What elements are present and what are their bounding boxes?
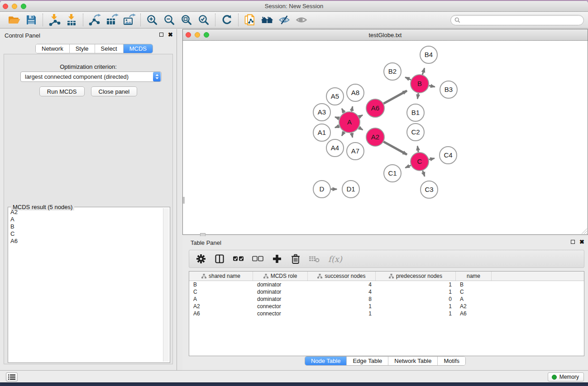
table-row[interactable]: Adominator80A	[189, 295, 584, 303]
canvas-scrollbar-thumb[interactable]	[183, 197, 185, 204]
edge-A6-B[interactable]	[383, 91, 407, 103]
search-box[interactable]	[450, 15, 584, 25]
node-C4[interactable]: C4	[440, 147, 457, 164]
column-header-MCDS-role[interactable]: MCDS role	[253, 272, 308, 281]
run-mcds-button[interactable]: Run MCDS	[39, 86, 85, 96]
node-C1[interactable]: C1	[384, 165, 401, 182]
export-network-icon[interactable]	[86, 13, 103, 27]
edge-C-C2[interactable]	[417, 146, 418, 152]
edge-A-A5[interactable]	[342, 109, 344, 113]
edge-B-B2[interactable]	[405, 77, 411, 80]
network-graph[interactable]: AA1A2A3A4A5A6A7A8BB1B2B3B4CC1C2C3C4DD1	[183, 41, 588, 234]
refresh-layout-icon[interactable]	[218, 13, 235, 27]
node-D1[interactable]: D1	[342, 181, 359, 198]
mcds-result-item[interactable]: C	[10, 230, 163, 238]
zoom-out-icon[interactable]	[161, 13, 178, 27]
tab-select[interactable]: Select	[95, 44, 124, 53]
table-row[interactable]: Cdominator41C	[189, 288, 584, 295]
column-header-predecessor-nodes[interactable]: predecessor nodes	[376, 272, 456, 281]
task-history-button[interactable]	[6, 372, 18, 381]
optimization-criterion-dropdown[interactable]: largest connected component (directed)	[20, 71, 162, 82]
column-header-successor-nodes[interactable]: successor nodes	[308, 272, 376, 281]
node-C2[interactable]: C2	[407, 124, 424, 141]
edge-A-A6[interactable]	[359, 115, 363, 117]
column-header-shared-name[interactable]: shared name	[189, 272, 253, 281]
edge-B-B1[interactable]	[417, 93, 418, 99]
search-input[interactable]	[460, 17, 580, 24]
delete-table-icon[interactable]	[309, 254, 320, 263]
edge-A-A1[interactable]	[335, 126, 339, 128]
table-row[interactable]: Bdominator41B	[189, 281, 584, 288]
table-float-panel-icon[interactable]	[571, 240, 575, 244]
show-all-icon[interactable]	[293, 13, 310, 27]
table-row[interactable]: A2connector11A2	[189, 303, 584, 310]
zoom-in-icon[interactable]	[143, 13, 161, 27]
node-C3[interactable]: C3	[421, 181, 438, 198]
node-B2[interactable]: B2	[384, 63, 401, 80]
mcds-result-item[interactable]: A2	[10, 209, 163, 216]
save-session-icon[interactable]	[23, 13, 40, 27]
float-panel-icon[interactable]	[159, 33, 163, 37]
edge-A-A8[interactable]	[352, 106, 353, 111]
table-close-panel-icon[interactable]: ✖	[579, 239, 584, 244]
tab-motifs[interactable]: Motifs	[438, 357, 465, 365]
tab-edge-table[interactable]: Edge Table	[347, 357, 388, 365]
result-scrollbar[interactable]	[163, 208, 169, 362]
import-table-icon[interactable]	[63, 13, 80, 27]
network-from-selection-icon[interactable]	[241, 13, 258, 27]
node-A8[interactable]: A8	[347, 84, 364, 101]
edge-C-C1[interactable]	[405, 165, 411, 167]
edge-A-A2[interactable]	[359, 128, 363, 130]
tab-network[interactable]: Network	[36, 44, 70, 53]
open-session-icon[interactable]	[5, 13, 23, 27]
export-table-icon[interactable]	[103, 13, 120, 27]
node-A6[interactable]: A6	[366, 99, 384, 117]
first-neighbors-icon[interactable]	[258, 13, 276, 27]
tab-mcds[interactable]: MCDS	[124, 44, 153, 53]
column-header-name[interactable]: name	[456, 272, 492, 281]
mcds-result-item[interactable]: A6	[10, 238, 163, 245]
deselect-all-icon[interactable]	[252, 254, 264, 264]
frame-resize-grip[interactable]	[581, 228, 587, 234]
node-A[interactable]: A	[339, 112, 360, 133]
node-A2[interactable]: A2	[366, 128, 384, 146]
close-panel-button[interactable]: Close panel	[91, 86, 138, 96]
node-D[interactable]: D	[313, 181, 330, 198]
function-builder-icon[interactable]: f(x)	[328, 254, 342, 264]
node-A1[interactable]: A1	[313, 124, 330, 141]
add-row-icon[interactable]	[272, 254, 282, 264]
node-B1[interactable]: B1	[407, 104, 424, 121]
close-panel-icon[interactable]: ✖	[168, 32, 173, 37]
node-B3[interactable]: B3	[440, 81, 457, 98]
node-B4[interactable]: B4	[420, 46, 437, 63]
edge-C-C4[interactable]	[429, 158, 434, 160]
tab-node-table[interactable]: Node Table	[305, 357, 347, 365]
mcds-result-item[interactable]: A	[10, 216, 163, 223]
node-C[interactable]: C	[411, 152, 429, 171]
node-B[interactable]: B	[411, 75, 429, 93]
hide-selected-icon[interactable]	[276, 13, 293, 27]
zoom-selected-icon[interactable]	[195, 13, 212, 27]
memory-button[interactable]: Memory	[548, 372, 584, 381]
network-canvas[interactable]: AA1A2A3A4A5A6A7A8BB1B2B3B4CC1C2C3C4DD1	[183, 41, 588, 234]
table-row[interactable]: A6connector11A6	[189, 310, 584, 317]
edge-A-A3[interactable]	[335, 117, 339, 119]
select-all-icon[interactable]	[233, 254, 244, 264]
import-network-icon[interactable]	[46, 13, 63, 27]
gear-icon[interactable]	[196, 254, 206, 264]
node-A3[interactable]: A3	[313, 104, 330, 121]
edge-A-A7[interactable]	[352, 133, 353, 138]
edge-A-A4[interactable]	[342, 132, 344, 136]
edge-A2-C[interactable]	[383, 142, 407, 154]
delete-row-icon[interactable]	[290, 254, 301, 264]
tab-style[interactable]: Style	[70, 44, 95, 53]
tab-network-table[interactable]: Network Table	[388, 357, 438, 365]
node-A7[interactable]: A7	[347, 143, 364, 160]
edge-B-B3[interactable]	[429, 86, 435, 87]
columns-icon[interactable]	[214, 254, 225, 264]
zoom-fit-icon[interactable]	[178, 13, 195, 27]
node-A5[interactable]: A5	[326, 88, 344, 105]
edge-C-C3[interactable]	[423, 171, 425, 176]
export-image-icon[interactable]	[120, 13, 138, 27]
edge-B-B4[interactable]	[422, 68, 424, 75]
